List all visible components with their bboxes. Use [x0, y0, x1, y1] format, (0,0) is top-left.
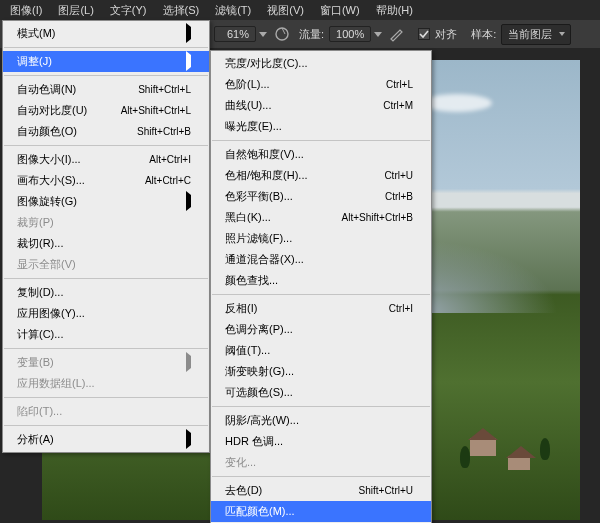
menu-image[interactable]: 图像(I) [2, 1, 50, 20]
menu-item-shortcut: Shift+Ctrl+U [359, 483, 413, 498]
menu-item-variables: 变量(B) [3, 352, 209, 373]
menu-item-label: 变量(B) [17, 355, 54, 370]
menu-item-threshold[interactable]: 阈值(T)... [211, 340, 431, 361]
menu-item-trap: 陷印(T)... [3, 401, 209, 422]
menu-item-label: 色彩平衡(B)... [225, 189, 293, 204]
menu-item-label: 渐变映射(G)... [225, 364, 294, 379]
menu-separator [212, 406, 430, 407]
menu-item-label: 色相/饱和度(H)... [225, 168, 308, 183]
svg-point-1 [276, 28, 288, 40]
menu-view[interactable]: 视图(V) [259, 1, 312, 20]
menu-item-canvas-size[interactable]: 画布大小(S)... Alt+Ctrl+C [3, 170, 209, 191]
menu-item-label: 图像大小(I)... [17, 152, 81, 167]
menu-item-label: 阴影/高光(W)... [225, 413, 299, 428]
menu-item-shadow-highlight[interactable]: 阴影/高光(W)... [211, 410, 431, 431]
menu-item-shortcut: Alt+Ctrl+C [145, 173, 191, 188]
menu-item-label: 反相(I) [225, 301, 257, 316]
sample-select[interactable]: 当前图层 [501, 24, 571, 45]
menu-item-selective-color[interactable]: 可选颜色(S)... [211, 382, 431, 403]
menu-separator [212, 294, 430, 295]
menu-item-label: 亮度/对比度(C)... [225, 56, 308, 71]
menu-item-mode[interactable]: 模式(M) [3, 23, 209, 44]
menu-item-label: 裁切(R)... [17, 236, 63, 251]
airbrush-icon[interactable] [388, 25, 406, 43]
menu-item-label: 应用图像(Y)... [17, 306, 85, 321]
menu-item-label: 色阶(L)... [225, 77, 270, 92]
zoom-value: 61% [227, 28, 249, 40]
image-menu: 模式(M) 调整(J) 自动色调(N) Shift+Ctrl+L 自动对比度(U… [2, 20, 210, 453]
menu-window[interactable]: 窗口(W) [312, 1, 368, 20]
menu-item-desaturate[interactable]: 去色(D) Shift+Ctrl+U [211, 480, 431, 501]
adjustments-submenu: 亮度/对比度(C)... 色阶(L)... Ctrl+L 曲线(U)... Ct… [210, 50, 432, 523]
flow-label: 流量: [297, 27, 326, 42]
menu-item-shortcut: Shift+Ctrl+B [137, 124, 191, 139]
flow-value: 100% [336, 28, 364, 40]
menu-item-match-color[interactable]: 匹配颜色(M)... [211, 501, 431, 522]
menu-item-image-size[interactable]: 图像大小(I)... Alt+Ctrl+I [3, 149, 209, 170]
menu-item-vibrance[interactable]: 自然饱和度(V)... [211, 144, 431, 165]
menu-item-reveal-all: 显示全部(V) [3, 254, 209, 275]
pressure-icon[interactable] [273, 25, 291, 43]
zoom-dropdown-icon[interactable] [259, 30, 267, 38]
menu-item-label: 模式(M) [17, 26, 56, 41]
menu-item-posterize[interactable]: 色调分离(P)... [211, 319, 431, 340]
menu-item-label: 复制(D)... [17, 285, 63, 300]
menu-separator [4, 278, 208, 279]
menu-item-auto-tone[interactable]: 自动色调(N) Shift+Ctrl+L [3, 79, 209, 100]
menu-separator [4, 425, 208, 426]
menu-item-shortcut: Alt+Shift+Ctrl+L [121, 103, 191, 118]
menu-item-label: 曝光度(E)... [225, 119, 282, 134]
flow-dropdown-icon[interactable] [374, 30, 382, 38]
menu-item-label: 匹配颜色(M)... [225, 504, 295, 519]
menu-text[interactable]: 文字(Y) [102, 1, 155, 20]
menu-item-black-white[interactable]: 黑白(K)... Alt+Shift+Ctrl+B [211, 207, 431, 228]
menu-item-label: 画布大小(S)... [17, 173, 85, 188]
menu-layer[interactable]: 图层(L) [50, 1, 101, 20]
menu-item-label: 色调分离(P)... [225, 322, 293, 337]
menu-filter[interactable]: 滤镜(T) [207, 1, 259, 20]
menu-item-channel-mixer[interactable]: 通道混合器(X)... [211, 249, 431, 270]
menu-item-analysis[interactable]: 分析(A) [3, 429, 209, 450]
zoom-percent[interactable]: 61% [214, 26, 256, 42]
menu-item-label: 黑白(K)... [225, 210, 271, 225]
menu-item-shortcut: Shift+Ctrl+L [138, 82, 191, 97]
flow-percent[interactable]: 100% [329, 26, 371, 42]
menu-item-photo-filter[interactable]: 照片滤镜(F)... [211, 228, 431, 249]
menu-item-label: 显示全部(V) [17, 257, 76, 272]
menu-item-trim[interactable]: 裁切(R)... [3, 233, 209, 254]
menu-item-levels[interactable]: 色阶(L)... Ctrl+L [211, 74, 431, 95]
menu-item-adjust[interactable]: 调整(J) [3, 51, 209, 72]
sample-value: 当前图层 [508, 28, 552, 40]
menu-item-duplicate[interactable]: 复制(D)... [3, 282, 209, 303]
menu-item-color-balance[interactable]: 色彩平衡(B)... Ctrl+B [211, 186, 431, 207]
menu-item-invert[interactable]: 反相(I) Ctrl+I [211, 298, 431, 319]
menu-item-apply-dataset: 应用数据组(L)... [3, 373, 209, 394]
menu-item-gradient-map[interactable]: 渐变映射(G)... [211, 361, 431, 382]
menu-item-calculations[interactable]: 计算(C)... [3, 324, 209, 345]
menu-item-label: HDR 色调... [225, 434, 283, 449]
menu-help[interactable]: 帮助(H) [368, 1, 421, 20]
submenu-arrow-icon [186, 51, 191, 71]
menu-item-label: 陷印(T)... [17, 404, 62, 419]
menubar: 图像(I) 图层(L) 文字(Y) 选择(S) 滤镜(T) 视图(V) 窗口(W… [0, 0, 600, 20]
menu-item-apply-image[interactable]: 应用图像(Y)... [3, 303, 209, 324]
menu-item-rotate[interactable]: 图像旋转(G) [3, 191, 209, 212]
menu-item-brightness-contrast[interactable]: 亮度/对比度(C)... [211, 53, 431, 74]
menu-item-shortcut: Ctrl+B [385, 189, 413, 204]
menu-item-hue-saturation[interactable]: 色相/饱和度(H)... Ctrl+U [211, 165, 431, 186]
menu-item-exposure[interactable]: 曝光度(E)... [211, 116, 431, 137]
menu-item-label: 自然饱和度(V)... [225, 147, 304, 162]
svg-marker-0 [259, 32, 267, 37]
menu-item-label: 计算(C)... [17, 327, 63, 342]
align-checkbox[interactable] [418, 28, 430, 40]
submenu-arrow-icon [186, 429, 191, 449]
menu-separator [4, 145, 208, 146]
menu-item-curves[interactable]: 曲线(U)... Ctrl+M [211, 95, 431, 116]
menu-item-auto-contrast[interactable]: 自动对比度(U) Alt+Shift+Ctrl+L [3, 100, 209, 121]
menu-item-hdr-toning[interactable]: HDR 色调... [211, 431, 431, 452]
menu-item-color-lookup[interactable]: 颜色查找... [211, 270, 431, 291]
menu-item-label: 图像旋转(G) [17, 194, 77, 209]
menu-select[interactable]: 选择(S) [155, 1, 208, 20]
menu-separator [4, 397, 208, 398]
menu-item-auto-color[interactable]: 自动颜色(O) Shift+Ctrl+B [3, 121, 209, 142]
